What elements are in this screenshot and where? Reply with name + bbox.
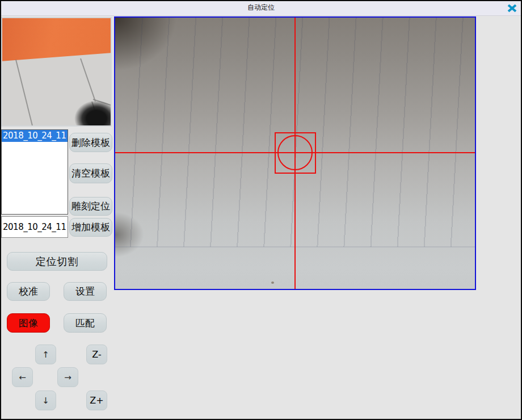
thumbnail-dark-blob xyxy=(74,100,112,127)
thumbnail-tile-line xyxy=(80,58,96,102)
position-cut-button[interactable]: 定位切割 xyxy=(7,252,107,271)
jog-left-button[interactable]: ← xyxy=(12,367,33,387)
delete-template-button[interactable]: 删除模板 xyxy=(69,133,112,152)
template-list-item[interactable]: 2018_10_24_11 xyxy=(2,130,68,142)
template-name-input[interactable] xyxy=(1,216,68,238)
jog-up-button[interactable]: ↑ xyxy=(35,345,56,364)
image-button[interactable]: 图像 xyxy=(7,313,50,333)
match-button[interactable]: 匹配 xyxy=(64,313,107,333)
calibrate-button[interactable]: 校准 xyxy=(7,282,50,301)
arrow-right-icon: → xyxy=(64,372,71,383)
dialog-title: 自动定位 xyxy=(247,3,275,12)
jog-right-button[interactable]: → xyxy=(57,367,78,387)
camera-speck xyxy=(271,282,274,284)
jog-down-button[interactable]: ↓ xyxy=(35,390,56,410)
arrow-left-icon: ← xyxy=(19,372,26,383)
auto-position-dialog: 自动定位 2018_10_24_11 删除模板 清空模板 雕刻定位 增加模板 定… xyxy=(0,0,522,420)
add-template-button[interactable]: 增加模板 xyxy=(69,218,112,237)
jog-z-plus-button[interactable]: Z+ xyxy=(86,390,107,410)
settings-button[interactable]: 设置 xyxy=(64,282,107,301)
arrow-up-icon: ↑ xyxy=(42,350,49,360)
thumbnail-tile-line xyxy=(15,60,34,127)
close-icon[interactable] xyxy=(507,3,517,12)
clear-templates-button[interactable]: 清空模板 xyxy=(69,163,112,183)
arrow-down-icon: ↓ xyxy=(42,396,49,406)
thumbnail-orange-board xyxy=(1,18,112,61)
template-thumbnail xyxy=(1,17,112,127)
target-circle-overlay xyxy=(277,135,313,170)
template-list[interactable]: 2018_10_24_11 xyxy=(1,129,68,215)
jog-z-minus-button[interactable]: Z- xyxy=(86,345,107,364)
camera-view[interactable] xyxy=(114,16,476,290)
title-bar: 自动定位 xyxy=(0,0,522,16)
engrave-position-button[interactable]: 雕刻定位 xyxy=(69,197,112,216)
